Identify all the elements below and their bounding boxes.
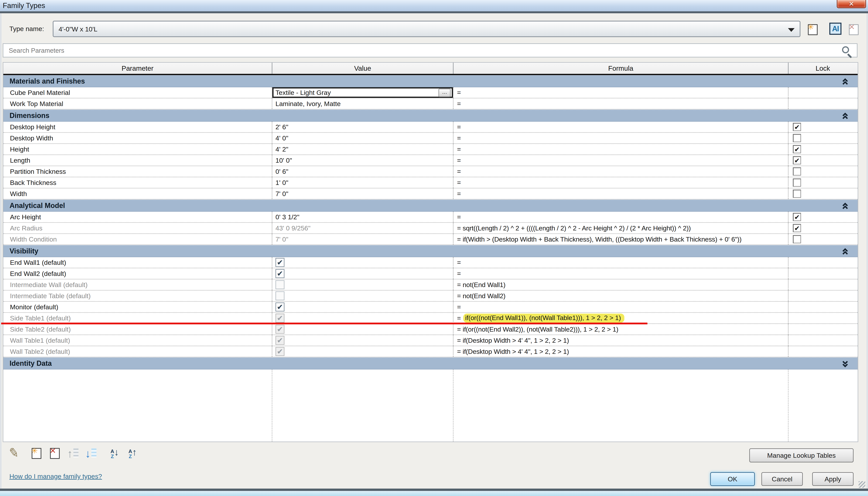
value-text: 7' 0" [275,235,288,243]
new-parameter-button[interactable]: ✳ [30,446,45,461]
lock-checkbox[interactable] [793,145,801,153]
star-icon: ✳ [31,447,38,454]
lock-checkbox[interactable] [793,213,801,221]
lock-checkbox[interactable] [793,134,801,142]
visibility-checkbox[interactable] [275,325,284,334]
delete-type-button[interactable]: ✕ [847,22,861,36]
section-header-materials[interactable]: Materials and Finishes [3,75,858,87]
collapse-chevron-up-icon[interactable] [842,247,849,257]
section-header-identity-data[interactable]: Identity Data [3,357,858,370]
param-label: Wall Table2 (default) [10,348,70,355]
type-name-dropdown[interactable]: 4'-0"W x 10'L [53,21,801,37]
star-icon: ✳ [807,23,814,31]
visibility-checkbox[interactable] [275,314,284,323]
table-row[interactable]: Arc Radius 43' 0 9/256" = sqrt((Length /… [3,223,858,234]
visibility-checkbox[interactable] [275,280,284,289]
table-row[interactable]: Side Table2 (default) = if(or((not(End W… [3,324,858,335]
chevron-down-icon [788,28,794,32]
ok-button[interactable]: OK [710,472,755,486]
move-parameter-down-button[interactable]: ↓ [85,446,100,461]
table-row[interactable]: Back Thickness 1' 0" = [3,177,858,188]
lock-checkbox[interactable] [793,190,801,198]
table-row[interactable]: Intermediate Table (default) = not(End W… [3,291,858,302]
visibility-checkbox[interactable] [275,291,284,300]
visibility-checkbox[interactable] [275,347,284,356]
param-label: Desktop Height [10,123,55,131]
table-row[interactable]: Cube Panel Material Textile - Light Gray… [3,87,858,98]
table-row[interactable]: Height 4' 2" = [3,144,858,155]
lock-checkbox[interactable] [793,179,801,187]
table-row[interactable]: Arc Height 0' 3 1/2" = [3,212,858,223]
value-text: 10' 0" [275,157,292,164]
table-row[interactable]: End Wall1 (default) = [3,257,858,268]
table-row[interactable]: Width 7' 0" = [3,188,858,200]
collapse-chevron-up-icon[interactable] [842,202,849,212]
table-header-row: Parameter Value Formula Lock [3,63,858,75]
table-row[interactable]: Desktop Height 2' 6" = [3,122,858,133]
param-label: Back Thickness [10,179,56,186]
new-type-icon: ✳ [808,24,818,35]
collapse-chevron-down-icon[interactable] [842,360,849,369]
lock-checkbox[interactable] [793,156,801,165]
param-label: Side Table1 (default) [10,314,71,322]
help-link[interactable]: How do I manage family types? [10,472,102,480]
sort-ascending-button[interactable]: AZ↓ [111,446,125,461]
new-type-button[interactable]: ✳ [806,22,820,36]
sort-descending-button[interactable]: AZ↑ [128,446,143,461]
table-row[interactable]: Partition Thickness 0' 6" = [3,166,858,177]
visibility-checkbox[interactable] [275,269,284,278]
value-cell-selected[interactable]: Textile - Light Gray ... [272,87,454,98]
manage-lookup-tables-button[interactable]: Manage Lookup Tables [749,448,854,462]
table-row[interactable]: Monitor (default) = [3,302,858,313]
table-row[interactable]: End Wall2 (default) = [3,268,858,279]
search-parameters-box[interactable] [3,43,857,58]
lock-checkbox[interactable] [793,123,801,131]
table-row-side-table1[interactable]: Side Table1 (default) = if(or((not(End W… [3,313,858,324]
param-label: Side Table2 (default) [10,326,71,333]
lock-checkbox[interactable] [793,167,801,175]
edit-parameter-button[interactable]: ✎ [9,446,23,461]
table-row[interactable]: Work Top Material Laminate, Ivory, Matte… [3,98,858,110]
section-header-analytical-model[interactable]: Analytical Model [3,200,858,212]
search-input[interactable] [9,46,829,56]
table-empty-area [3,370,858,441]
rename-type-button[interactable]: AI [829,22,841,35]
table-row[interactable]: Intermediate Wall (default) = not(End Wa… [3,279,858,291]
column-header-parameter[interactable]: Parameter [3,63,272,74]
lock-checkbox[interactable] [793,235,801,243]
formula-text: = if(or((not(End Wall2)), (not(Wall Tabl… [457,326,618,333]
collapse-chevron-up-icon[interactable] [842,78,849,87]
collapse-chevron-up-icon[interactable] [842,112,849,122]
value-text: 1' 0" [275,179,288,186]
browse-button[interactable]: ... [439,89,451,97]
dialog-bottom-border [0,489,868,491]
param-label: Length [10,157,30,164]
section-header-visibility[interactable]: Visibility [3,245,858,257]
section-header-dimensions[interactable]: Dimensions [3,110,858,122]
visibility-checkbox[interactable] [275,336,284,345]
column-header-lock[interactable]: Lock [789,63,857,74]
titlebar[interactable]: Family Types ✕ [0,0,868,11]
cancel-button[interactable]: Cancel [761,472,803,486]
value-text: 43' 0 9/256" [275,224,311,232]
visibility-checkbox[interactable] [275,303,284,311]
param-label: End Wall2 (default) [10,270,66,278]
column-header-formula[interactable]: Formula [454,63,789,74]
table-row[interactable]: Desktop Width 4' 0" = [3,133,858,144]
visibility-checkbox[interactable] [275,258,284,267]
close-button[interactable]: ✕ [837,0,866,8]
lock-checkbox[interactable] [793,224,801,232]
param-label: Intermediate Wall (default) [10,281,88,289]
close-icon: ✕ [849,0,854,8]
table-row[interactable]: Width Condition 7' 0" = if(Width > (Desk… [3,234,858,245]
delete-parameter-button[interactable]: ✕ [48,446,63,461]
move-parameter-up-button[interactable]: ↑ [67,446,82,461]
table-row[interactable]: Length 10' 0" = [3,155,858,166]
column-header-value[interactable]: Value [272,63,454,74]
formula-text: = [457,134,461,142]
table-row[interactable]: Wall Table1 (default) = if(Desktop Width… [3,335,858,346]
table-row[interactable]: Wall Table2 (default) = if(Desktop Width… [3,346,858,357]
param-label: Arc Radius [10,224,42,232]
apply-button[interactable]: Apply [812,472,854,486]
resize-grip[interactable] [858,481,865,488]
